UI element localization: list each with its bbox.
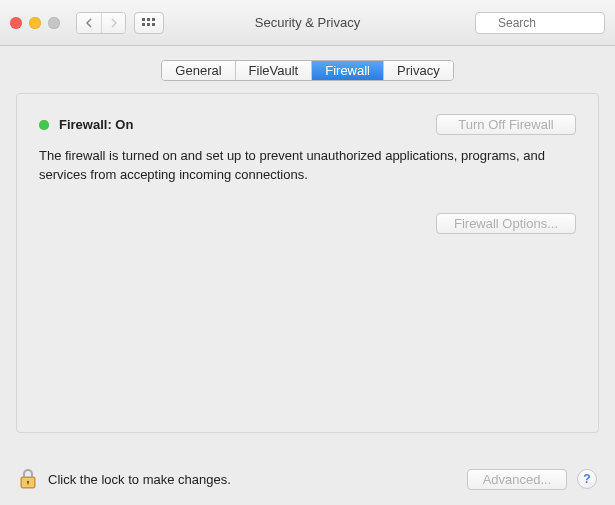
firewall-panel: Firewall: On Turn Off Firewall The firew… bbox=[16, 93, 599, 433]
firewall-status-label: Firewall: On bbox=[59, 117, 133, 132]
tab-privacy[interactable]: Privacy bbox=[383, 61, 453, 80]
back-button[interactable] bbox=[77, 13, 101, 33]
turn-off-firewall-button[interactable]: Turn Off Firewall bbox=[436, 114, 576, 135]
advanced-button[interactable]: Advanced... bbox=[467, 469, 567, 490]
show-all-button[interactable] bbox=[134, 12, 164, 34]
svg-rect-2 bbox=[152, 18, 155, 21]
svg-rect-11 bbox=[27, 482, 28, 485]
content-area: General FileVault Firewall Privacy Firew… bbox=[0, 46, 615, 433]
firewall-description: The firewall is turned on and set up to … bbox=[39, 147, 576, 185]
svg-rect-4 bbox=[147, 23, 150, 26]
close-button[interactable] bbox=[10, 17, 22, 29]
footer: Click the lock to make changes. Advanced… bbox=[0, 467, 615, 491]
svg-rect-5 bbox=[152, 23, 155, 26]
firewall-options-button[interactable]: Firewall Options... bbox=[436, 213, 576, 234]
grid-icon bbox=[142, 18, 156, 28]
traffic-lights bbox=[10, 17, 60, 29]
minimize-button[interactable] bbox=[29, 17, 41, 29]
nav-group bbox=[76, 12, 126, 34]
search-input[interactable] bbox=[475, 12, 605, 34]
lock-hint-text: Click the lock to make changes. bbox=[48, 472, 457, 487]
titlebar: Security & Privacy bbox=[0, 0, 615, 46]
help-button[interactable]: ? bbox=[577, 469, 597, 489]
svg-rect-3 bbox=[142, 23, 145, 26]
chevron-left-icon bbox=[85, 18, 93, 28]
status-indicator-icon bbox=[39, 120, 49, 130]
tab-bar: General FileVault Firewall Privacy bbox=[16, 60, 599, 81]
lock-icon[interactable] bbox=[18, 467, 38, 491]
forward-button[interactable] bbox=[101, 13, 125, 33]
zoom-button[interactable] bbox=[48, 17, 60, 29]
svg-rect-1 bbox=[147, 18, 150, 21]
chevron-right-icon bbox=[110, 18, 118, 28]
tab-firewall[interactable]: Firewall bbox=[311, 61, 383, 80]
svg-rect-0 bbox=[142, 18, 145, 21]
tab-general[interactable]: General bbox=[162, 61, 234, 80]
tab-filevault[interactable]: FileVault bbox=[235, 61, 312, 80]
